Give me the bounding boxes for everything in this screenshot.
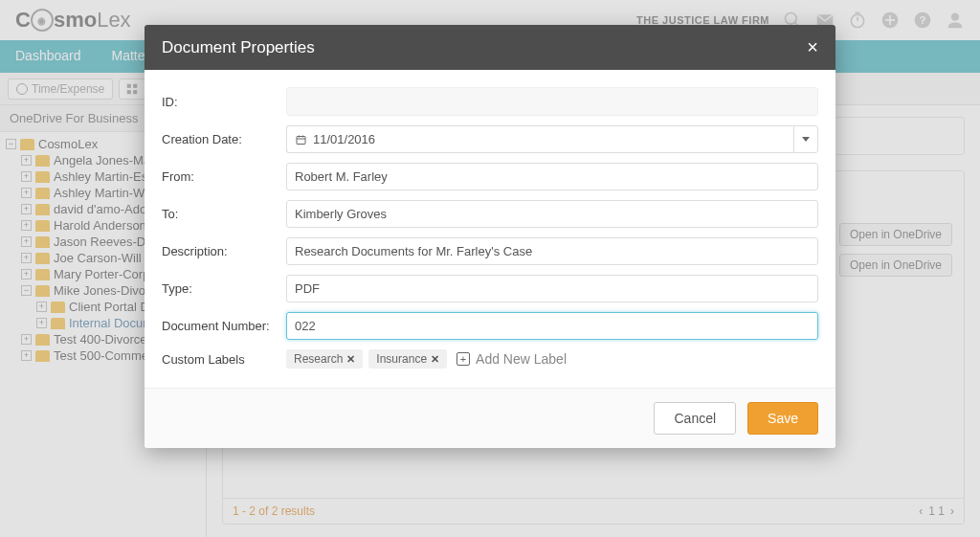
label-to: To: (162, 207, 286, 221)
label-creation-date: Creation Date: (162, 132, 286, 146)
row-from: From: (162, 163, 818, 190)
modal-header: Document Properties × (145, 25, 835, 70)
remove-tag-icon[interactable]: ✕ (346, 353, 355, 366)
tag-insurance: Insurance✕ (368, 349, 447, 369)
creation-date-field[interactable]: 11/01/2016 (286, 125, 793, 153)
description-field[interactable] (286, 237, 818, 265)
label-description: Description: (162, 244, 286, 258)
plus-icon: + (457, 352, 470, 366)
modal-backdrop: Document Properties × ID: Creation Date:… (0, 0, 980, 537)
from-field[interactable] (286, 163, 818, 190)
creation-date-value: 11/01/2016 (313, 132, 375, 146)
type-field[interactable] (286, 275, 818, 302)
modal-footer: Cancel Save (145, 388, 835, 448)
modal-title: Document Properties (162, 38, 315, 57)
close-icon[interactable]: × (807, 36, 818, 58)
row-custom-labels: Custom Labels Research✕ Insurance✕ + Add… (162, 349, 818, 369)
row-description: Description: (162, 237, 818, 265)
id-field (286, 87, 818, 116)
row-to: To: (162, 200, 818, 228)
tag-research: Research✕ (286, 349, 363, 369)
calendar-icon (295, 134, 307, 145)
svg-rect-16 (297, 136, 305, 144)
cancel-button[interactable]: Cancel (654, 402, 736, 435)
label-type: Type: (162, 281, 286, 296)
remove-tag-icon[interactable]: ✕ (431, 353, 439, 366)
row-type: Type: (162, 275, 818, 302)
to-field[interactable] (286, 200, 818, 228)
date-dropdown-button[interactable] (793, 125, 818, 153)
row-doc-number: Document Number: (162, 312, 818, 340)
document-properties-modal: Document Properties × ID: Creation Date:… (145, 25, 835, 448)
row-creation-date: Creation Date: 11/01/2016 (162, 125, 818, 153)
doc-number-field[interactable] (286, 312, 818, 340)
save-button[interactable]: Save (747, 402, 818, 435)
row-id: ID: (162, 87, 818, 116)
label-doc-number: Document Number: (162, 319, 286, 333)
label-id: ID: (162, 95, 286, 109)
add-label-button[interactable]: + Add New Label (457, 351, 567, 367)
label-custom-labels: Custom Labels (162, 352, 286, 367)
chevron-down-icon (802, 137, 810, 142)
label-from: From: (162, 169, 286, 184)
modal-body: ID: Creation Date: 11/01/2016 From: T (145, 70, 835, 388)
